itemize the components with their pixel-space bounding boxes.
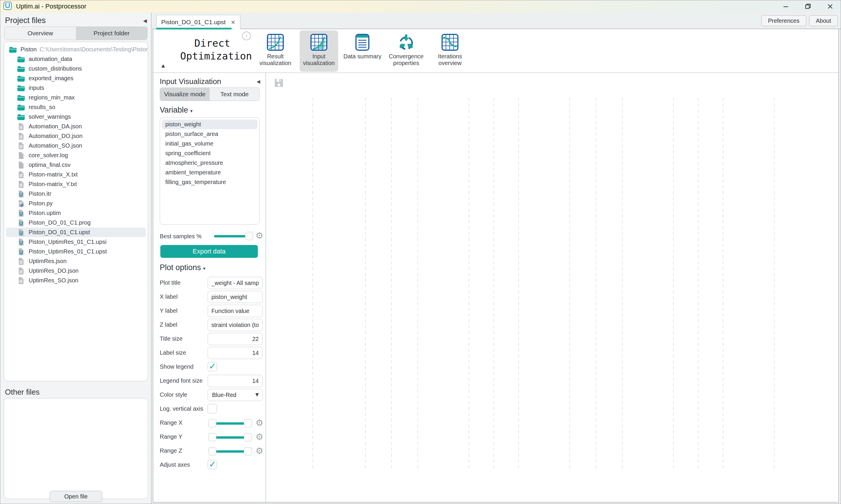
variable-item[interactable]: initial_gas_volume [160, 139, 259, 148]
doc-lines-icon [17, 132, 25, 140]
tree-item[interactable]: regions_min_max [4, 93, 148, 102]
variable-item[interactable]: ambient_temperature [160, 168, 259, 177]
adjust-axes-checkbox[interactable] [208, 460, 217, 469]
doc-plain-icon [17, 152, 25, 159]
minimize-button[interactable] [775, 0, 797, 13]
slider-handle[interactable] [208, 433, 217, 441]
tree-item[interactable]: Piston-matrix_Y.txt [4, 179, 148, 189]
range-z-slider[interactable] [212, 450, 248, 453]
tree-item[interactable]: Piston_DO_01_C1.prog [4, 218, 148, 228]
tree-item[interactable]: Automation_DA.json [4, 122, 148, 131]
slider-handle[interactable] [208, 447, 217, 455]
gear-icon[interactable]: ⚙ [256, 230, 263, 241]
doc-u-icon [17, 238, 25, 246]
sidebar-collapse-icon[interactable]: ◀ [143, 18, 147, 24]
tree-item[interactable]: exported_images [4, 73, 148, 83]
iterations-overview-button[interactable]: Iterations overview [431, 30, 469, 72]
tree-item[interactable]: solver_warnings [4, 112, 148, 122]
document-tab-label: Piston_DO_01_C1.upst [161, 19, 226, 26]
tree-item-label: results_so [29, 104, 55, 110]
other-files-list[interactable] [4, 398, 148, 499]
range-y-slider[interactable] [212, 436, 248, 439]
tab-visualize-mode[interactable]: Visualize mode [160, 88, 210, 101]
result-visualization-button[interactable]: Result visualization [256, 30, 295, 72]
x-label-row: X label [153, 290, 265, 304]
title-size-input[interactable] [208, 333, 262, 345]
window-title: Uptim.ai - Postprocessor [16, 3, 86, 10]
info-icon[interactable]: i [242, 32, 251, 40]
variable-item[interactable]: piston_weight [162, 120, 258, 129]
tree-item[interactable]: Piston_UptimRes_01_C1.upst [4, 247, 148, 256]
data-summary-button[interactable]: Data summary [343, 30, 382, 72]
gear-icon[interactable]: ⚙ [256, 432, 263, 442]
tree-item[interactable]: UptimRes.json [4, 256, 148, 266]
tab-project-folder[interactable]: Project folder [76, 27, 147, 40]
folder-icon [17, 56, 25, 63]
chevron-down-icon[interactable]: ▾ [203, 266, 206, 271]
document-tab[interactable]: Piston_DO_01_C1.upst ✕ [156, 15, 240, 29]
gear-icon[interactable]: ⚙ [256, 418, 263, 428]
slider-handle[interactable] [208, 419, 217, 427]
legend-font-size-input[interactable] [208, 375, 262, 387]
tree-item-label: inputs [29, 85, 44, 91]
plot-area [267, 73, 838, 502]
tab-text-mode[interactable]: Text mode [210, 88, 259, 101]
plot-title-input[interactable] [208, 277, 262, 289]
slider-handle[interactable] [244, 447, 252, 455]
best-samples-slider[interactable] [214, 235, 251, 237]
plot-title-label: Plot title [160, 280, 181, 286]
panel-title: Input Visualization [160, 77, 221, 86]
tab-overview[interactable]: Overview [5, 27, 76, 40]
tab-content: Direct Optimization ▲ i Result visualiza… [153, 29, 839, 503]
label-size-input[interactable] [208, 347, 262, 359]
tree-item[interactable]: optima_final.csv [4, 160, 148, 170]
tree-item[interactable]: custom_distributions [4, 64, 148, 73]
convergence-properties-button[interactable]: Convergence properties [387, 30, 426, 72]
variable-item[interactable]: filling_gas_temperature [160, 177, 259, 187]
input-visualization-button[interactable]: Input visualization [299, 30, 338, 72]
tree-item[interactable]: results_so [4, 102, 148, 112]
export-data-button[interactable]: Export data [160, 245, 258, 258]
panel-collapse-icon[interactable]: ◀ [257, 79, 260, 84]
tree-item[interactable]: Piston-matrix_X.txt [4, 170, 148, 179]
y-label-input[interactable] [208, 305, 262, 317]
tree-item-label: Piston_UptimRes_01_C1.upsi [29, 238, 107, 245]
log-vertical-axis-checkbox[interactable] [208, 404, 217, 413]
about-button[interactable]: About [809, 15, 838, 26]
x-label-input[interactable] [208, 291, 262, 303]
tree-item[interactable]: Piston_DO_01_C1.upst [6, 228, 146, 237]
slider-handle[interactable] [245, 232, 253, 240]
open-file-button[interactable]: Open file [50, 491, 102, 502]
tree-item[interactable]: core_solver.log [4, 150, 148, 160]
variable-item[interactable]: piston_surface_area [160, 129, 259, 139]
variable-item[interactable]: atmospheric_pressure [160, 158, 259, 168]
tree-item[interactable]: Automation_SO.json [4, 141, 148, 150]
tab-close-icon[interactable]: ✕ [231, 19, 235, 25]
tree-item[interactable]: UptimRes_SO.json [4, 276, 148, 285]
slider-handle[interactable] [244, 433, 252, 441]
iterations-overview-icon [441, 33, 459, 52]
tree-item[interactable]: Piston.uptim [4, 208, 148, 218]
tree-item[interactable]: Piston_UptimRes_01_C1.upsi [4, 237, 148, 247]
color-style-select[interactable]: Blue-Red ▼ [208, 389, 262, 401]
chevron-down-icon[interactable]: ▾ [190, 108, 193, 114]
close-window-button[interactable] [819, 0, 841, 13]
tree-item[interactable]: Piston.itr [4, 189, 148, 199]
tree-item[interactable]: automation_data [4, 54, 148, 64]
tree-item[interactable]: UptimRes_DO.json [4, 266, 148, 276]
toolbar-collapse-icon[interactable]: ▲ [161, 63, 165, 68]
restore-button[interactable] [797, 0, 819, 13]
tree-item[interactable]: PistonC:\Users\tomas\Documents\Testing\P… [4, 44, 148, 54]
z-label-input[interactable] [208, 319, 262, 331]
tree-item[interactable]: Automation_DO.json [4, 131, 148, 141]
show-legend-checkbox[interactable] [208, 362, 217, 371]
range-x-slider[interactable] [212, 422, 248, 425]
doc-gear-icon [17, 200, 25, 208]
tree-item[interactable]: inputs [4, 83, 148, 93]
tree-item[interactable]: Piston.py [4, 199, 148, 208]
preferences-button[interactable]: Preferences [761, 15, 806, 26]
gear-icon[interactable]: ⚙ [256, 446, 263, 456]
slider-handle[interactable] [244, 419, 252, 427]
adjust-axes-row: Adjust axes [153, 458, 265, 472]
variable-item[interactable]: spring_coefficient [160, 148, 259, 158]
